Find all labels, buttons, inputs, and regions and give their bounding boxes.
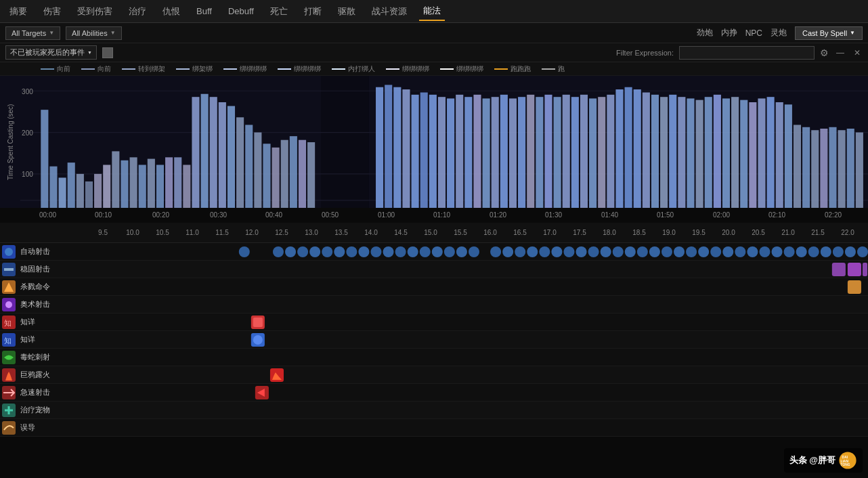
nav-item-dispel[interactable]: 驱散 <box>334 3 360 20</box>
svg-rect-59 <box>544 95 552 208</box>
svg-rect-47 <box>438 97 446 208</box>
nav-item-threat[interactable]: 仇恨 <box>158 3 184 20</box>
svg-rect-85 <box>776 102 783 208</box>
legend-item-2: 向前 <box>81 64 111 74</box>
svg-text:01:10: 01:10 <box>433 211 450 219</box>
svg-text:300: 300 <box>22 87 33 95</box>
nav-neijing[interactable]: 内挣 <box>721 27 737 39</box>
svg-text:100: 100 <box>22 170 33 179</box>
filter-expression-input[interactable] <box>679 46 815 60</box>
timeline-container: 9.5 10.0 10.5 11.0 11.5 12.0 12.5 13.0 1… <box>0 223 868 243</box>
svg-rect-30 <box>227 106 235 208</box>
nav-item-debuff[interactable]: Debuff <box>224 3 258 19</box>
ability-name-kill-command: 杀戮命令 <box>18 282 88 292</box>
ability-row-steady-shot: 稳固射击 <box>0 261 868 278</box>
svg-rect-94 <box>856 133 863 208</box>
ability-icon-cell <box>0 401 18 419</box>
ability-icon-cell: 知 <box>0 313 18 331</box>
nav-item-buff[interactable]: Buff <box>192 3 216 19</box>
ability-icon-cell: 知 <box>0 331 18 349</box>
filter-color-picker[interactable] <box>102 47 113 58</box>
tick: 10.5 <box>148 229 177 236</box>
svg-rect-63 <box>580 95 588 208</box>
svg-rect-162 <box>4 268 14 271</box>
legend-item-5: 绑绑绑绑 <box>223 64 267 74</box>
svg-point-132 <box>515 246 525 257</box>
svg-text:02:20: 02:20 <box>825 211 842 219</box>
svg-rect-70 <box>643 93 650 208</box>
legend-item-11: 跑 <box>542 64 565 74</box>
nav-item-interrupt[interactable]: 打断 <box>300 3 326 20</box>
svg-rect-69 <box>634 89 641 208</box>
nav-item-heal[interactable]: 治疗 <box>125 3 150 20</box>
svg-rect-53 <box>492 97 499 208</box>
svg-point-129 <box>469 246 479 257</box>
nav-jingpao[interactable]: 劲炮 <box>697 27 713 39</box>
nav-item-received-damage[interactable]: 受到伤害 <box>73 3 116 20</box>
close-icon[interactable]: ✕ <box>852 48 863 58</box>
all-abilities-dropdown[interactable]: All Abilities <box>66 26 122 40</box>
svg-text:00:40: 00:40 <box>265 211 282 219</box>
ability-row-kill-command: 杀戮命令 <box>0 278 868 296</box>
svg-rect-13 <box>77 174 84 208</box>
ability-icon <box>2 421 16 435</box>
all-targets-dropdown[interactable]: All Targets <box>5 26 60 40</box>
ability-icon <box>2 368 16 382</box>
ability-row-rapid-fire: 急速射击 <box>0 384 868 401</box>
svg-text:LIAN: LIAN <box>841 460 849 463</box>
nav-item-cast[interactable]: 能法 <box>419 2 445 21</box>
ability-name-know2: 知详 <box>18 334 88 345</box>
svg-point-149 <box>722 246 733 257</box>
svg-rect-90 <box>820 129 827 208</box>
event-filter-dropdown[interactable]: 不已被玩家死后的事件 <box>5 45 97 60</box>
nav-npc[interactable]: NPC <box>745 28 762 38</box>
chart-legend: 向前 向前 转到绑架 绑架绑 绑绑绑绑 绑绑绑绑 内打绑人 绑绑绑绑 绑绑绑绑 … <box>0 62 868 76</box>
svg-point-137 <box>576 246 587 257</box>
nav-lingpao[interactable]: 灵炮 <box>771 27 787 39</box>
svg-point-154 <box>784 246 795 257</box>
ability-events-svg-flame <box>88 366 868 384</box>
svg-rect-15 <box>94 174 102 208</box>
minimize-icon[interactable]: — <box>834 48 846 58</box>
svg-rect-16 <box>103 165 110 208</box>
svg-rect-82 <box>749 102 756 208</box>
cast-by-spell-button[interactable]: Cast By Spell <box>795 26 863 40</box>
tick: 11.0 <box>177 229 207 236</box>
svg-rect-60 <box>554 97 561 208</box>
ability-row-misdirect: 误导 <box>0 419 868 437</box>
svg-point-114 <box>285 246 296 257</box>
svg-rect-39 <box>307 142 315 208</box>
svg-rect-25 <box>183 165 190 208</box>
watermark: 头条 @胖哥 DAI LIAN TONG <box>784 448 863 473</box>
ability-icon-cell <box>0 419 18 437</box>
nav-item-damage[interactable]: 伤害 <box>39 3 65 20</box>
nav-item-death[interactable]: 死亡 <box>266 3 292 20</box>
tick: 22.5 <box>863 229 868 236</box>
svg-text:01:50: 01:50 <box>657 211 674 219</box>
svg-rect-57 <box>527 95 534 208</box>
svg-rect-71 <box>651 95 659 208</box>
svg-point-116 <box>309 246 320 257</box>
tick: 19.5 <box>684 229 714 236</box>
svg-rect-14 <box>85 181 93 208</box>
nav-item-combat-resource[interactable]: 战斗资源 <box>368 3 411 20</box>
svg-rect-35 <box>272 148 280 208</box>
svg-point-131 <box>502 246 513 257</box>
svg-text:02:10: 02:10 <box>768 211 785 219</box>
svg-rect-65 <box>598 97 605 208</box>
ability-icon: 知 <box>2 333 16 347</box>
ability-timeline-flame <box>88 366 868 384</box>
svg-point-142 <box>637 246 648 257</box>
svg-text:02:00: 02:00 <box>713 211 730 219</box>
svg-point-125 <box>420 246 431 257</box>
svg-text:01:40: 01:40 <box>601 211 618 219</box>
tick: 19.0 <box>654 229 684 236</box>
tick: 21.5 <box>803 229 833 236</box>
nav-item-summary[interactable]: 摘要 <box>5 3 31 20</box>
svg-rect-75 <box>687 98 694 208</box>
svg-rect-49 <box>456 95 463 208</box>
ability-name-steady: 稳固射击 <box>18 264 88 274</box>
settings-icon[interactable]: ⚙ <box>820 47 829 58</box>
svg-rect-89 <box>811 130 819 208</box>
svg-rect-26 <box>192 97 199 208</box>
